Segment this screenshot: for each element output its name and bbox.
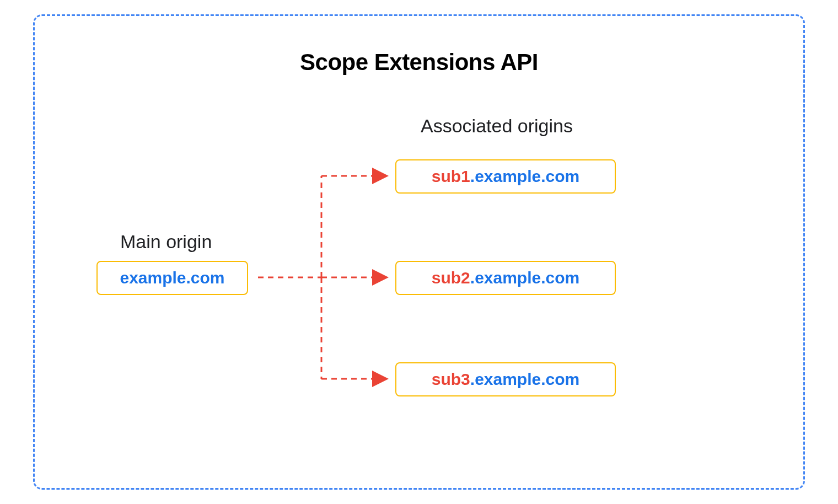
diagram-container: Scope Extensions API Main origin Associa… [33,14,805,490]
associated-origin-2-domain: .example.com [470,269,579,287]
associated-origin-box-3: sub3.example.com [395,362,616,396]
associated-origins-label: Associated origins [421,115,573,137]
associated-origin-1-domain: .example.com [470,167,579,185]
main-origin-domain: example.com [120,269,224,287]
main-origin-box: example.com [96,261,248,295]
associated-origin-3-subdomain: sub3 [432,370,470,388]
main-origin-label: Main origin [120,231,212,253]
diagram-title: Scope Extensions API [35,49,803,76]
associated-origin-2-subdomain: sub2 [432,269,470,287]
associated-origin-1-subdomain: sub1 [432,167,470,185]
associated-origin-box-1: sub1.example.com [395,159,616,194]
associated-origin-3-domain: .example.com [470,370,579,388]
associated-origin-box-2: sub2.example.com [395,261,616,295]
